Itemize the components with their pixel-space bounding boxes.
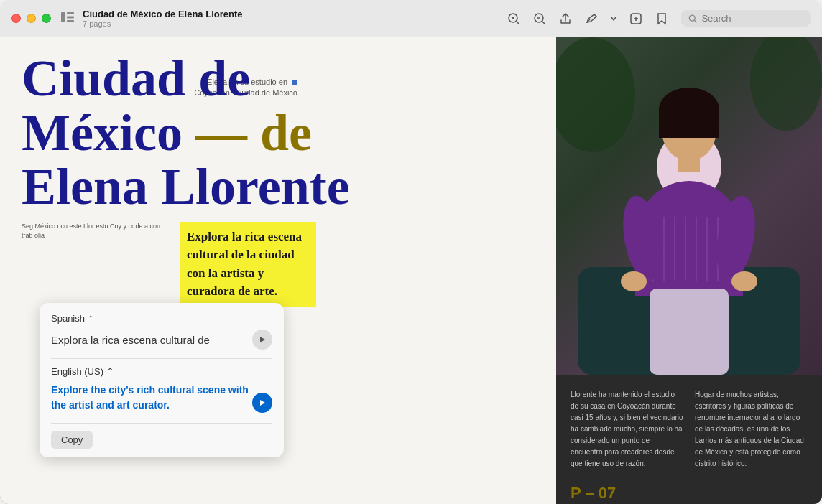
play-source-button[interactable] xyxy=(252,330,272,350)
svg-rect-25 xyxy=(659,109,719,138)
bottom-text-area: Llorente ha mantenido el estudio de su c… xyxy=(556,375,822,504)
traffic-lights xyxy=(11,14,51,23)
svg-point-40 xyxy=(621,271,647,291)
svg-rect-3 xyxy=(67,20,74,22)
copy-button[interactable]: Copy xyxy=(51,431,93,449)
svg-point-19 xyxy=(556,37,635,152)
svg-rect-1 xyxy=(67,12,74,14)
person-photo xyxy=(556,37,822,375)
bookmark-icon[interactable] xyxy=(655,12,668,25)
add-icon[interactable] xyxy=(629,12,642,25)
target-language-selector[interactable]: English (US) ⌃ xyxy=(51,366,272,377)
markup-icon[interactable] xyxy=(585,12,598,25)
minimize-button[interactable] xyxy=(27,14,36,23)
source-text-row: Explora la rica escena cultural de xyxy=(51,330,272,350)
photo-panel: Llorente ha mantenido el estudio de su c… xyxy=(556,37,822,504)
close-button[interactable] xyxy=(11,14,21,23)
translated-text: Explore the city's rich cultural scene w… xyxy=(51,383,252,413)
popup-footer: Copy xyxy=(51,423,272,449)
translation-popup: Spanish ⌃ Explora la rica escena cultura… xyxy=(40,303,284,457)
text-block-2: Hogar de muchos artistas, escritores y f… xyxy=(695,389,808,470)
translated-text-row: Explore the city's rich cultural scene w… xyxy=(51,383,272,413)
svg-rect-42 xyxy=(650,289,729,375)
share-icon[interactable] xyxy=(559,12,572,25)
svg-line-16 xyxy=(694,20,696,22)
book-title-area: Ciudad de México — de Elena Llorente xyxy=(0,37,556,222)
window-subtitle: 7 pages xyxy=(83,19,243,28)
svg-line-7 xyxy=(517,21,519,24)
search-input[interactable] xyxy=(701,13,803,24)
source-language-selector[interactable]: Spanish ⌃ xyxy=(51,313,272,324)
sidebar-toggle-icon[interactable] xyxy=(61,12,74,25)
svg-marker-17 xyxy=(260,337,265,342)
fullscreen-button[interactable] xyxy=(42,14,51,23)
search-bar[interactable] xyxy=(681,10,811,27)
svg-rect-26 xyxy=(678,158,700,172)
source-lang-chevron-icon[interactable]: ⌃ xyxy=(88,314,93,322)
target-lang-chevron-icon[interactable]: ⌃ xyxy=(106,366,114,377)
popup-divider xyxy=(51,358,272,359)
page-number: P – 07 xyxy=(571,484,808,503)
target-language-label: English (US) xyxy=(51,366,103,377)
toolbar xyxy=(507,10,811,27)
body-text-area: Seg México ocu este Llor estu Coy y cr d… xyxy=(0,222,556,307)
search-icon xyxy=(688,14,697,24)
svg-rect-0 xyxy=(61,12,65,22)
zoom-out-icon[interactable] xyxy=(533,12,546,25)
svg-marker-18 xyxy=(260,400,265,406)
markup-chevron-icon[interactable] xyxy=(611,16,616,22)
titlebar: Ciudad de México de Elena Llorente 7 pag… xyxy=(0,0,822,37)
svg-point-41 xyxy=(731,271,757,291)
book-title: Ciudad de México — de Elena Llorente xyxy=(22,52,535,215)
svg-point-15 xyxy=(689,15,695,21)
svg-rect-2 xyxy=(67,16,74,18)
zoom-in-icon[interactable] xyxy=(507,12,520,25)
highlighted-text[interactable]: Explora la rica escena cultural de la ci… xyxy=(180,222,316,307)
text-block-1: Llorente ha mantenido el estudio de su c… xyxy=(571,389,683,470)
body-left-column: Seg México ocu este Llor estu Coy y cr d… xyxy=(22,222,165,307)
svg-line-10 xyxy=(542,21,545,24)
page-content: Elena en su estudio en Coyoacán, Ciudad … xyxy=(0,37,556,504)
svg-point-20 xyxy=(750,37,822,131)
source-text: Explora la rica escena cultural de xyxy=(51,334,252,346)
play-translation-button[interactable] xyxy=(252,393,272,413)
main-content: Elena en su estudio en Coyoacán, Ciudad … xyxy=(0,37,822,504)
window-title: Ciudad de México de Elena Llorente xyxy=(83,9,243,19)
window-title-area: Ciudad de México de Elena Llorente 7 pag… xyxy=(83,9,243,28)
person-svg xyxy=(556,37,822,375)
source-language-label: Spanish xyxy=(51,313,85,324)
